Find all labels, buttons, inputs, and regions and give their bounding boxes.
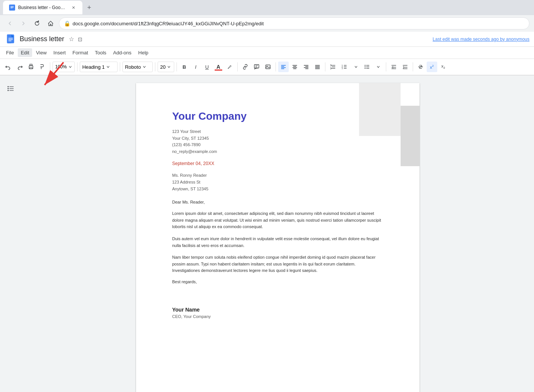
zoom-value: 100% [55, 64, 67, 69]
new-tab-button[interactable]: + [84, 2, 94, 13]
letter-date[interactable]: September 04, 20XX [172, 161, 383, 166]
docs-app-icon [5, 33, 17, 45]
numbering-button[interactable]: 1.2.3. [339, 62, 350, 72]
address-line4: no_reply@example.com [172, 148, 383, 155]
bullets-dropdown[interactable] [373, 62, 384, 72]
svg-rect-7 [8, 39, 13, 40]
toolbar-sep-1 [50, 62, 50, 71]
superscript-button[interactable]: x2 [427, 62, 437, 72]
svg-rect-58 [8, 86, 9, 87]
underline-button[interactable]: U [202, 62, 212, 72]
numbering-dropdown[interactable] [350, 62, 361, 72]
recipient-name: Ms. Ronny Reader [172, 172, 383, 179]
tab-title: Business letter - Google Docs [18, 5, 67, 10]
home-button[interactable] [45, 18, 56, 29]
address-bar[interactable]: 🔒 docs.google.com/document/d/1ftZ3nfqgCR… [59, 17, 529, 29]
bold-button[interactable]: B [179, 62, 190, 72]
align-right-button[interactable] [301, 62, 311, 72]
body-paragraph-2[interactable]: Duis autem vel eum iriure dolor in hendr… [172, 236, 383, 249]
superscript-icon: x2 [430, 64, 434, 69]
recipient-address1: 123 Address St [172, 179, 383, 186]
bullets-button[interactable] [362, 62, 372, 72]
toolbar-sep-5 [176, 62, 177, 71]
forward-button[interactable] [18, 18, 29, 29]
corner-shape-1 [359, 83, 401, 136]
svg-rect-0 [9, 5, 15, 10]
decrease-indent-button[interactable] [389, 62, 399, 72]
zoom-dropdown[interactable]: 100% [53, 62, 75, 72]
svg-rect-62 [8, 90, 9, 91]
menu-file[interactable]: File [3, 48, 17, 57]
corner-decoration [359, 83, 419, 159]
toolbar-sep-10 [413, 62, 413, 71]
address-line3: (123) 456-7890 [172, 142, 383, 148]
address-line1: 123 Your Street [172, 128, 383, 135]
link-button[interactable] [240, 62, 251, 72]
style-dropdown[interactable]: Heading 1 [80, 62, 118, 72]
print-button[interactable] [26, 62, 36, 72]
italic-button[interactable]: I [190, 62, 201, 72]
svg-rect-60 [8, 88, 9, 89]
comment-button[interactable] [251, 62, 262, 72]
tab-favicon [9, 5, 15, 11]
line-spacing-button[interactable] [328, 62, 338, 72]
company-address: 123 Your Street Your City, ST 12345 (123… [172, 128, 383, 155]
menu-format[interactable]: Format [70, 48, 91, 57]
highlight-button[interactable] [224, 62, 235, 72]
body-paragraph-1[interactable]: Lorem ipsum dolor sit amet, consectetuer… [172, 210, 383, 230]
closing[interactable]: Best regards, [172, 279, 383, 284]
font-dropdown[interactable]: Roboto [122, 62, 153, 72]
svg-rect-16 [266, 65, 270, 69]
url-text: docs.google.com/document/d/1ftZ3nfqgCR9e… [73, 21, 264, 26]
lock-icon: 🔒 [64, 20, 70, 26]
toolbar-sep-4 [155, 62, 155, 71]
back-button[interactable] [5, 18, 15, 29]
menu-edit[interactable]: Edit [18, 48, 32, 57]
paint-format-button[interactable] [37, 62, 48, 72]
text-color-icon: A [217, 64, 220, 70]
body-paragraph-3[interactable]: Nam liber tempor cum soluta nobis eleife… [172, 254, 383, 274]
svg-point-45 [365, 66, 365, 67]
menu-addons[interactable]: Add-ons [110, 48, 134, 57]
svg-rect-11 [30, 68, 32, 69]
align-left-button[interactable] [278, 62, 289, 72]
menu-insert[interactable]: Insert [50, 48, 69, 57]
folder-button[interactable]: ⊡ [78, 36, 82, 42]
increase-indent-button[interactable] [400, 62, 410, 72]
corner-shape-2 [401, 106, 419, 166]
tab-close-button[interactable]: ✕ [70, 5, 76, 11]
document-page[interactable]: Your Company 123 Your Street Your City, … [136, 83, 419, 392]
svg-rect-2 [11, 7, 14, 8]
company-name[interactable]: Your Company [172, 110, 383, 122]
svg-point-43 [365, 65, 365, 66]
star-button[interactable]: ☆ [69, 35, 74, 43]
menu-view[interactable]: View [33, 48, 50, 57]
align-justify-button[interactable] [312, 62, 323, 72]
menu-help[interactable]: Help [135, 48, 152, 57]
image-button[interactable] [263, 62, 273, 72]
signature-name[interactable]: Your Name [172, 307, 383, 313]
redo-button[interactable] [14, 62, 25, 72]
salutation[interactable]: Dear Ms. Reader, [172, 200, 383, 204]
subscript-button[interactable]: x2 [438, 62, 449, 72]
font-size-dropdown[interactable]: 20 [158, 62, 174, 72]
menu-tools[interactable]: Tools [92, 48, 109, 57]
text-color-button[interactable]: A [213, 62, 224, 72]
strikethrough-button[interactable] [415, 62, 426, 72]
recipient-address2: Anytown, ST 12345 [172, 186, 383, 193]
svg-rect-3 [11, 8, 13, 8]
font-size-value: 20 [160, 64, 166, 70]
align-center-button[interactable] [289, 62, 300, 72]
undo-button[interactable] [3, 62, 14, 72]
active-tab[interactable]: Business letter - Google Docs ✕ [3, 1, 82, 14]
tab-bar: Business letter - Google Docs ✕ + [3, 1, 94, 14]
refresh-button[interactable] [32, 18, 42, 29]
sidebar [0, 76, 21, 392]
font-value: Roboto [125, 64, 141, 70]
outline-icon[interactable] [4, 82, 17, 95]
svg-rect-1 [11, 6, 14, 7]
svg-rect-6 [8, 38, 13, 38]
toolbar-sep-2 [77, 62, 77, 71]
toolbar-sep-8 [325, 62, 325, 71]
document-title[interactable]: Business letter [20, 35, 64, 43]
